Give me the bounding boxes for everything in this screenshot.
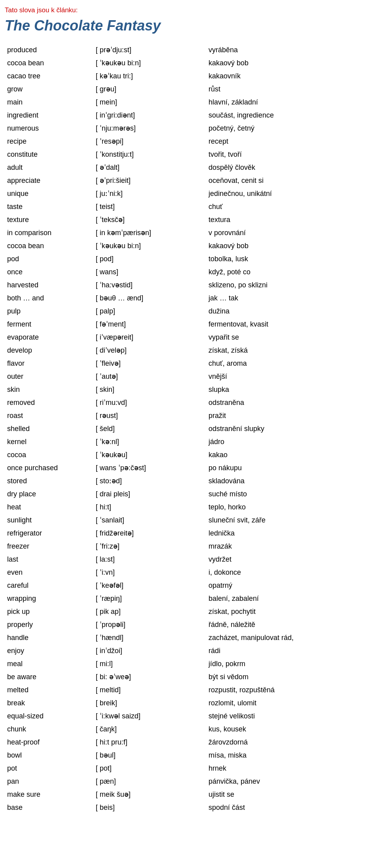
vocab-translation: mrazák: [206, 540, 375, 553]
vocab-translation: rozpustit, rozpuštěná: [206, 684, 375, 697]
vocab-word: enjoy: [5, 644, 93, 657]
vocab-translation: lednička: [206, 527, 375, 540]
vocab-word: refrigerator: [5, 527, 93, 540]
vocab-phonetic: [ meik šuə]: [93, 788, 206, 801]
vocab-word: stored: [5, 475, 93, 488]
vocab-word: unique: [5, 187, 93, 200]
vocab-row: bowl[ bəul]mísa, miska: [5, 749, 375, 762]
vocab-row: handle[ ˈhændl]zacházet, manipulovat rád…: [5, 631, 375, 644]
vocab-row: shelled[ šeld]odstranění slupky: [5, 422, 375, 435]
vocab-phonetic: [ ˈkəukəu bi:n]: [93, 57, 206, 70]
vocab-word: pick up: [5, 605, 93, 618]
vocab-phonetic: [ teist]: [93, 200, 206, 213]
vocab-phonetic: [ pod]: [93, 253, 206, 266]
vocab-word: ferment: [5, 318, 93, 331]
vocab-row: numerous[ ˈnju:mərəs]početný, četný: [5, 122, 375, 135]
vocab-row: produced[ prəˈdju:st]vyráběna: [5, 44, 375, 57]
vocab-translation: kus, kousek: [206, 723, 375, 736]
vocab-phonetic: [ ˈi:kwəl saizd]: [93, 710, 206, 723]
vocab-phonetic: [ ˈkəukəu]: [93, 448, 206, 462]
vocab-translation: součást, ingredience: [206, 109, 375, 122]
vocab-row: be aware[ bi: əˈweə]být si vědom: [5, 670, 375, 684]
vocab-phonetic: [ wans]: [93, 266, 206, 279]
vocab-word: numerous: [5, 122, 93, 135]
vocab-translation: jídlo, pokrm: [206, 657, 375, 670]
vocab-translation: kakaový bob: [206, 239, 375, 253]
vocab-phonetic: [ ˈkonstitju:t]: [93, 148, 206, 161]
vocab-row: heat-proof[ hi:t pru:f]žárovzdorná: [5, 736, 375, 749]
vocab-phonetic: [ breik]: [93, 697, 206, 710]
vocab-translation: vypařit se: [206, 331, 375, 344]
vocab-row: taste[ teist]chuť: [5, 200, 375, 213]
vocab-word: harvested: [5, 279, 93, 292]
vocab-phonetic: [ in kəmˈpærisən]: [93, 226, 206, 239]
vocab-translation: mísa, miska: [206, 749, 375, 762]
vocab-translation: jak … tak: [206, 292, 375, 305]
vocab-translation: suché místo: [206, 488, 375, 501]
vocab-phonetic: [ ˈha:vəstid]: [93, 279, 206, 292]
vocab-phonetic: [ əˈpri:šieit]: [93, 174, 206, 187]
vocab-word: main: [5, 96, 93, 109]
vocab-translation: skladována: [206, 475, 375, 488]
vocab-translation: dospělý člověk: [206, 161, 375, 174]
vocab-row: even[ ˈi:vn]i, dokonce: [5, 566, 375, 579]
vocab-phonetic: [ mi:l]: [93, 657, 206, 670]
vocab-word: grow: [5, 83, 93, 96]
vocab-translation: kakaový bob: [206, 57, 375, 70]
vocab-phonetic: [ bi: əˈweə]: [93, 670, 206, 684]
vocab-word: roast: [5, 409, 93, 422]
vocab-translation: být si vědom: [206, 670, 375, 684]
vocab-row: heat[ hi:t]teplo, horko: [5, 501, 375, 514]
vocab-row: removed[ riˈmu:vd]odstraněna: [5, 396, 375, 409]
vocab-phonetic: [ ˈresəpi]: [93, 135, 206, 148]
vocab-translation: jádro: [206, 435, 375, 448]
vocab-word: be aware: [5, 670, 93, 684]
vocab-word: even: [5, 566, 93, 579]
vocab-row: outer[ ˈautə]vnější: [5, 370, 375, 383]
vocab-row: constitute[ ˈkonstitju:t]tvořit, tvoří: [5, 148, 375, 161]
vocab-row: pan[ pæn]pánvička, pánev: [5, 775, 375, 788]
vocab-translation: jedinečnou, unikátní: [206, 187, 375, 200]
vocab-word: constitute: [5, 148, 93, 161]
vocab-translation: dužina: [206, 305, 375, 318]
vocab-phonetic: [ juːˈni:k]: [93, 187, 206, 200]
vocab-translation: textura: [206, 213, 375, 226]
vocab-row: main[ mein]hlavní, základní: [5, 96, 375, 109]
vocab-word: texture: [5, 213, 93, 226]
vocab-phonetic: [ ˈautə]: [93, 370, 206, 383]
vocab-row: cocoa[ ˈkəukəu]kakao: [5, 448, 375, 462]
vocab-row: stored[ stoːəd]skladována: [5, 475, 375, 488]
vocab-row: last[ la:st]vydržet: [5, 553, 375, 566]
vocab-phonetic: [ iˈvæpəreit]: [93, 331, 206, 344]
vocab-phonetic: [ la:st]: [93, 553, 206, 566]
vocab-translation: hlavní, základní: [206, 96, 375, 109]
vocab-phonetic: [ prəˈdju:st]: [93, 44, 206, 57]
vocab-word: produced: [5, 44, 93, 57]
vocab-phonetic: [ fridžəreitə]: [93, 527, 206, 540]
vocab-phonetic: [ šeld]: [93, 422, 206, 435]
vocab-translation: získat, pochytit: [206, 605, 375, 618]
vocab-row: dry place[ drai pleis]suché místo: [5, 488, 375, 501]
vocab-row: pick up[ pik ap]získat, pochytit: [5, 605, 375, 618]
vocab-row: make sure[ meik šuə]ujistit se: [5, 788, 375, 801]
vocab-row: cocoa bean[ ˈkəukəu bi:n]kakaový bob: [5, 239, 375, 253]
vocab-translation: pražit: [206, 409, 375, 422]
vocab-word: develop: [5, 344, 93, 357]
vocab-row: flavor[ ˈfleivə]chuť, aroma: [5, 357, 375, 370]
vocab-phonetic: [ pot]: [93, 762, 206, 775]
vocab-row: careful[ ˈkeəfəl]opatrný: [5, 579, 375, 592]
vocab-phonetic: [ ˈkəukəu bi:n]: [93, 239, 206, 253]
vocab-row: pulp[ palp]dužina: [5, 305, 375, 318]
vocab-translation: balení, zabalení: [206, 592, 375, 605]
vocab-translation: odstranění slupky: [206, 422, 375, 435]
vocab-word: heat: [5, 501, 93, 514]
vocab-word: both … and: [5, 292, 93, 305]
vocab-translation: vyráběna: [206, 44, 375, 57]
vocab-word: pan: [5, 775, 93, 788]
vocab-translation: v porovnání: [206, 226, 375, 239]
vocab-row: wrapping[ ˈræpiŋ]balení, zabalení: [5, 592, 375, 605]
vocab-translation: rádi: [206, 644, 375, 657]
vocab-row: freezer[ ˈfri:zə]mrazák: [5, 540, 375, 553]
vocab-phonetic: [ bəuθ … ænd]: [93, 292, 206, 305]
vocab-word: heat-proof: [5, 736, 93, 749]
